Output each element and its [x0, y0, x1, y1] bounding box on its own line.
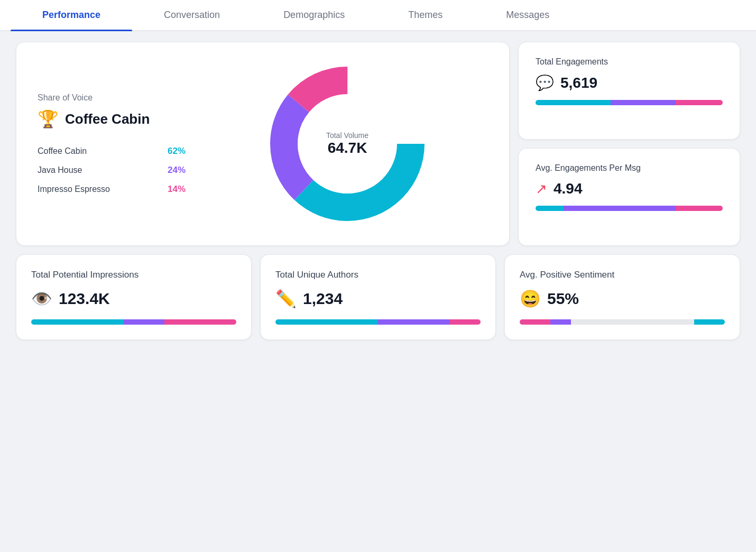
avg-engagements-value: 4.94	[554, 180, 583, 197]
bar-segment-purple	[611, 100, 676, 105]
impressions-value-row: 👁️ 123.4K	[31, 289, 236, 309]
impressions-bar	[31, 319, 236, 325]
bar-segment-pink	[676, 206, 723, 211]
share-of-voice-card: Share of Voice 🏆 Coffee Cabin Coffee Cab…	[16, 42, 510, 246]
authors-bar	[275, 319, 481, 325]
sov-item-java-house: Java House 24%	[38, 165, 186, 176]
avg-engagements-value-row: ↗ 4.94	[536, 180, 723, 197]
total-engagements-bar	[536, 100, 723, 105]
unique-authors-card: Total Unique Authors ✏️ 1,234	[260, 254, 496, 340]
avg-engagements-card: Avg. Engagements Per Msg ↗ 4.94	[518, 148, 740, 246]
sov-pct-coffee-cabin: 62%	[168, 146, 186, 157]
bar-segment-cyan	[694, 319, 725, 325]
bar-segment-pink	[164, 319, 236, 325]
chat-icon: 💬	[536, 74, 554, 91]
donut-total-label: Total Volume	[326, 131, 368, 140]
sentiment-value: 55%	[547, 290, 579, 308]
bar-segment-pink	[450, 319, 481, 325]
sentiment-value-row: 😄 55%	[520, 289, 725, 309]
avg-engagements-bar	[536, 206, 723, 211]
tab-demographics[interactable]: Demographics	[252, 0, 376, 30]
authors-value-row: ✏️ 1,234	[275, 289, 481, 309]
brand-name: Coffee Cabin	[65, 111, 150, 127]
bar-segment-purple	[550, 319, 571, 325]
sov-brand: 🏆 Coffee Cabin	[38, 109, 186, 129]
trophy-icon: 🏆	[38, 109, 59, 129]
positive-sentiment-card: Avg. Positive Sentiment 😄 55%	[504, 254, 740, 340]
sov-pct-java-house: 24%	[168, 165, 186, 176]
avg-engagements-label: Avg. Engagements Per Msg	[536, 163, 723, 173]
trend-arrow-icon: ↗	[536, 181, 547, 197]
sov-item-label: Coffee Cabin	[38, 146, 87, 156]
bar-segment-gray	[571, 319, 694, 325]
bar-segment-pink	[676, 100, 723, 105]
smile-icon: 😄	[520, 289, 541, 309]
sov-left: Share of Voice 🏆 Coffee Cabin Coffee Cab…	[38, 93, 186, 195]
impressions-label: Total Potential Impressions	[31, 270, 236, 280]
sov-items: Coffee Cabin 62% Java House 24% Impresso…	[38, 146, 186, 195]
sentiment-bar	[520, 319, 725, 325]
total-engagements-card: Total Engagements 💬 5,619	[518, 42, 740, 140]
donut-center-text: Total Volume 64.7K	[326, 131, 368, 157]
tab-themes[interactable]: Themes	[376, 0, 474, 30]
bar-segment-cyan	[536, 206, 564, 211]
total-engagements-value-row: 💬 5,619	[536, 74, 723, 91]
authors-value: 1,234	[303, 290, 343, 308]
bar-segment-purple	[378, 319, 450, 325]
bar-segment-purple	[564, 206, 676, 211]
authors-label: Total Unique Authors	[275, 270, 481, 280]
sov-pct-impresso: 14%	[168, 184, 186, 195]
bar-segment-purple	[124, 319, 165, 325]
donut-chart-container: Total Volume 64.7K	[207, 59, 488, 228]
total-impressions-card: Total Potential Impressions 👁️ 123.4K	[16, 254, 252, 340]
total-engagements-value: 5,619	[560, 75, 597, 91]
bar-segment-cyan	[536, 100, 611, 105]
right-cards: Total Engagements 💬 5,619 Avg. Engagemen…	[518, 42, 740, 246]
bar-segment-pink	[520, 319, 550, 325]
tab-conversation[interactable]: Conversation	[132, 0, 252, 30]
bottom-row: Total Potential Impressions 👁️ 123.4K To…	[16, 254, 740, 340]
bar-segment-cyan	[31, 319, 124, 325]
donut-total-value: 64.7K	[326, 140, 368, 157]
total-engagements-label: Total Engagements	[536, 57, 723, 67]
tab-messages[interactable]: Messages	[474, 0, 581, 30]
sov-item-label: Java House	[38, 165, 82, 175]
tab-performance[interactable]: Performance	[11, 0, 132, 30]
eye-icon: 👁️	[31, 289, 52, 309]
sentiment-label: Avg. Positive Sentiment	[520, 270, 725, 280]
sov-item-coffee-cabin: Coffee Cabin 62%	[38, 146, 186, 157]
top-row: Share of Voice 🏆 Coffee Cabin Coffee Cab…	[16, 42, 740, 246]
sov-item-label: Impresso Espresso	[38, 185, 110, 194]
tab-navigation: Performance Conversation Demographics Th…	[0, 0, 756, 31]
sov-item-impresso: Impresso Espresso 14%	[38, 184, 186, 195]
main-content: Share of Voice 🏆 Coffee Cabin Coffee Cab…	[0, 31, 756, 351]
bar-segment-cyan	[275, 319, 378, 325]
impressions-value: 123.4K	[59, 290, 110, 308]
pencil-icon: ✏️	[275, 289, 297, 309]
sov-label: Share of Voice	[38, 93, 186, 103]
donut-chart: Total Volume 64.7K	[263, 59, 432, 228]
